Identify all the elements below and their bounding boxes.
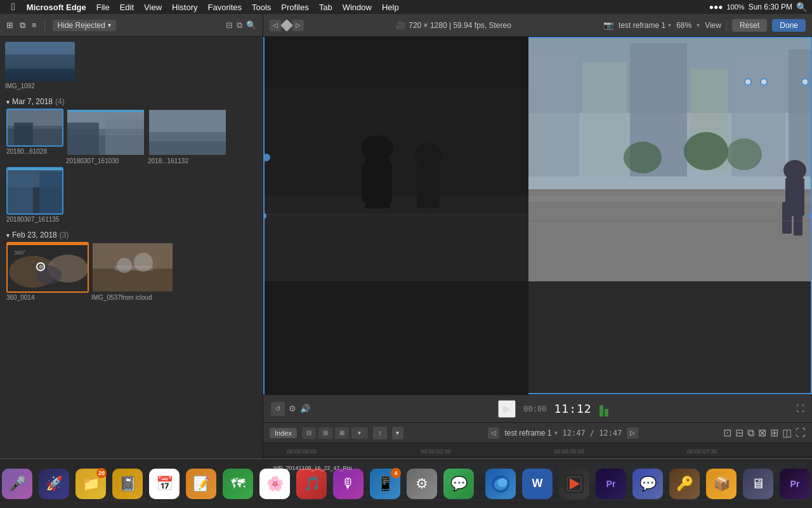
clip-item-0[interactable]: 20180...61028	[6, 109, 63, 164]
expand-icon[interactable]: ⛶	[796, 404, 804, 413]
menu-help[interactable]: Help	[377, 0, 404, 14]
layout-btn-3[interactable]: ⊠	[335, 427, 349, 439]
dock-archive[interactable]: 📦	[704, 467, 738, 501]
clip-icon-6[interactable]: ◫	[782, 427, 792, 439]
dock-photos[interactable]: 🌸	[258, 467, 292, 501]
grid-view-icon[interactable]: ⊟	[226, 20, 233, 30]
video-preview-left	[263, 37, 528, 394]
clip-item-icloud[interactable]: IMG_0537from icloud	[91, 242, 174, 301]
layout-btn-1[interactable]: ⊟	[302, 427, 316, 439]
clip-icon-3[interactable]: ⧉	[747, 427, 754, 439]
timeline-ruler: 00:00:00:00 00:00:02:30 00:00:05:00 00:0…	[263, 443, 812, 457]
menu-profiles[interactable]: Profiles	[276, 0, 313, 14]
grid-icon[interactable]: ⊞	[6, 20, 13, 30]
clip-thumb-360: 360° ⚙	[6, 242, 89, 293]
clip-item-1[interactable]: 20180307_161030	[66, 109, 145, 164]
list-icon[interactable]: ≡	[32, 20, 37, 30]
clip-item-2[interactable]: 2018...161132	[148, 109, 227, 164]
zoom-timeline-icon[interactable]: ⛶	[796, 427, 806, 439]
clip-icon-5[interactable]: ⊞	[770, 427, 778, 439]
hide-rejected-button[interactable]: Hide Rejected ▾	[53, 20, 116, 31]
options-icon[interactable]: ⚙	[289, 404, 296, 413]
index-button[interactable]: Index	[270, 428, 297, 438]
menu-tab[interactable]: Tab	[314, 0, 337, 14]
settings-cog: ⚙	[39, 264, 43, 270]
next-keyframe-button[interactable]: ▷	[292, 20, 304, 31]
menu-history[interactable]: History	[167, 0, 202, 14]
audio-icon[interactable]: 🔊	[300, 404, 310, 413]
clip-item-360[interactable]: 360° ⚙ 360_0014	[6, 242, 89, 301]
menu-view[interactable]: View	[139, 0, 167, 14]
top-clip-thumbnail	[5, 42, 75, 81]
layout-btn-4[interactable]: ▾	[351, 427, 368, 439]
dock-systemprefs[interactable]: ⚙	[405, 467, 439, 501]
apple-menu[interactable]: 	[5, 0, 22, 14]
layout-btn-2[interactable]: ⊞	[318, 427, 332, 439]
notes-badge: 20	[96, 468, 107, 478]
dock-siri[interactable]: 🎤	[0, 467, 34, 501]
reframe-control-3[interactable]	[801, 78, 809, 86]
dock-podcasts[interactable]: 🎙	[331, 467, 365, 501]
timeline-duration: 12:47 / 12:47	[563, 429, 622, 438]
view-button[interactable]: View	[705, 21, 721, 30]
svg-rect-12	[105, 119, 145, 156]
filmstrip-view-icon[interactable]: ⧉	[237, 20, 242, 30]
reframe-handle-right[interactable]	[809, 213, 812, 219]
clip-svg-3	[8, 168, 63, 215]
timeline-next-button[interactable]: ▷	[627, 427, 638, 439]
dock-calendar[interactable]: 📅	[147, 467, 181, 501]
keyframe-nav-left: ◁ ▷	[270, 20, 304, 31]
dock-keychain[interactable]: 🔑	[667, 467, 702, 501]
svg-rect-1	[5, 42, 75, 55]
svg-rect-30	[115, 265, 153, 271]
search-media-icon[interactable]: 🔍	[246, 20, 256, 30]
menu-edit[interactable]: Edit	[115, 0, 139, 14]
dock-stickies[interactable]: 📝	[184, 467, 218, 501]
dock-music[interactable]: 🎵	[294, 467, 329, 501]
reframe-control-center[interactable]	[744, 78, 752, 86]
dock-teams[interactable]: 💬	[631, 467, 665, 501]
menu-file[interactable]: File	[91, 0, 115, 14]
dock-edge[interactable]	[483, 467, 518, 501]
dock-word[interactable]: W	[520, 467, 554, 501]
dock-notebook[interactable]: 📓	[110, 467, 145, 501]
date-header-feb23[interactable]: ▾ Feb 23, 2018 (3)	[3, 228, 260, 242]
top-clip-item[interactable]: IMG_1092	[3, 39, 260, 92]
media-list[interactable]: IMG_1092 ▾ Mar 7, 2018 (4)	[0, 37, 263, 490]
dock-fcpx[interactable]	[557, 467, 591, 501]
reset-button[interactable]: Reset	[732, 19, 767, 32]
menu-window[interactable]: Window	[337, 0, 377, 14]
audio-meters	[599, 401, 608, 417]
clip-item-3[interactable]: 20180307_161135	[6, 167, 63, 223]
clip-svg-0	[8, 110, 63, 147]
timeline-prev-button[interactable]: ◁	[488, 427, 499, 439]
dock: 🎤 🚀 📁 20 📓 📅 📝 🗺	[0, 458, 812, 508]
filmstrip-icon[interactable]: ⧉	[20, 20, 25, 30]
clip-icon-4[interactable]: ⊠	[758, 427, 766, 439]
reframe-control-2[interactable]	[760, 78, 768, 86]
search-icon[interactable]: 🔍	[796, 2, 807, 12]
timeline-title-text: test reframe 1	[504, 429, 551, 438]
done-button[interactable]: Done	[772, 19, 806, 32]
dock-appstore[interactable]: 📱 4	[368, 467, 402, 501]
dock-screen[interactable]: 🖥	[741, 467, 775, 501]
prev-keyframe-button[interactable]: ◁	[270, 20, 281, 31]
app-name[interactable]: Microsoft Edge	[22, 0, 91, 14]
clip-icon-2[interactable]: ⊟	[735, 427, 743, 439]
dock-premiere[interactable]: Pr	[594, 467, 628, 501]
loop-button[interactable]: ↺	[271, 402, 285, 416]
dock-premiere2[interactable]: Pr	[778, 467, 812, 501]
sort-arrow[interactable]: ▾	[392, 427, 403, 439]
menu-tools[interactable]: Tools	[247, 0, 276, 14]
sort-button[interactable]: ↕	[373, 427, 387, 439]
menu-favorites[interactable]: Favorites	[203, 0, 247, 14]
play-button[interactable]: ▶	[498, 400, 516, 418]
dock-support[interactable]: 💬	[442, 467, 476, 501]
timeline-title-display: test reframe 1 ▾	[504, 429, 557, 438]
dock-maps[interactable]: 🗺	[221, 467, 255, 501]
date-header-mar7[interactable]: ▾ Mar 7, 2018 (4)	[3, 95, 260, 109]
clip-icon-1[interactable]: ⊡	[723, 427, 731, 439]
dock-launchpad[interactable]: 🚀	[37, 467, 71, 501]
svg-point-54	[624, 142, 662, 173]
dock-notes[interactable]: 📁 20	[74, 467, 108, 501]
